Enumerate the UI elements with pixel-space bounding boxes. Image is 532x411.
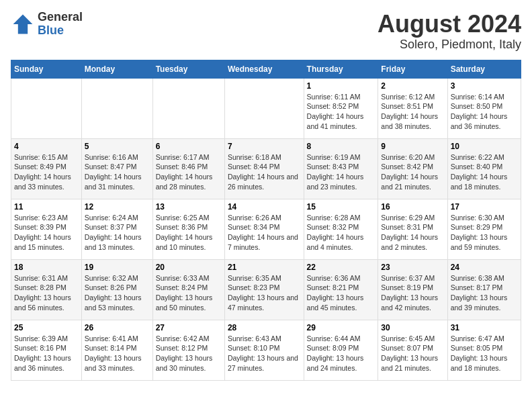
- day-info: Sunrise: 6:37 AMSunset: 8:19 PMDaylight:…: [381, 273, 444, 313]
- calendar-cell: 8Sunrise: 6:19 AMSunset: 8:43 PMDaylight…: [304, 138, 378, 199]
- calendar-cell: 21Sunrise: 6:35 AMSunset: 8:23 PMDayligh…: [224, 259, 304, 320]
- calendar-cell: 27Sunrise: 6:42 AMSunset: 8:12 PMDayligh…: [152, 320, 224, 380]
- day-info: Sunrise: 6:26 AMSunset: 8:34 PMDaylight:…: [228, 213, 301, 253]
- day-number: 18: [14, 263, 79, 272]
- logo-icon: [11, 12, 35, 36]
- calendar-title: August 2024: [378, 11, 521, 38]
- day-number: 16: [381, 202, 444, 212]
- day-info: Sunrise: 6:33 AMSunset: 8:24 PMDaylight:…: [156, 273, 222, 313]
- day-number: 26: [85, 323, 150, 332]
- day-info: Sunrise: 6:25 AMSunset: 8:36 PMDaylight:…: [156, 213, 222, 253]
- calendar-header: SundayMondayTuesdayWednesdayThursdayFrid…: [11, 60, 521, 78]
- day-number: 4: [14, 142, 79, 151]
- day-info: Sunrise: 6:30 AMSunset: 8:29 PMDaylight:…: [451, 213, 518, 253]
- day-info: Sunrise: 6:29 AMSunset: 8:31 PMDaylight:…: [381, 213, 444, 253]
- day-info: Sunrise: 6:22 AMSunset: 8:40 PMDaylight:…: [451, 152, 518, 192]
- day-number: 15: [307, 202, 375, 212]
- day-number: 25: [14, 323, 79, 332]
- day-number: 23: [381, 263, 444, 272]
- day-number: 20: [156, 263, 222, 272]
- day-info: Sunrise: 6:15 AMSunset: 8:49 PMDaylight:…: [14, 152, 79, 192]
- day-info: Sunrise: 6:14 AMSunset: 8:50 PMDaylight:…: [451, 92, 518, 132]
- calendar-cell: 14Sunrise: 6:26 AMSunset: 8:34 PMDayligh…: [224, 199, 304, 259]
- day-info: Sunrise: 6:23 AMSunset: 8:39 PMDaylight:…: [14, 213, 79, 253]
- calendar-cell: 4Sunrise: 6:15 AMSunset: 8:49 PMDaylight…: [11, 138, 82, 199]
- calendar-cell: 6Sunrise: 6:17 AMSunset: 8:46 PMDaylight…: [152, 138, 224, 199]
- title-block: August 2024 Solero, Piedmont, Italy: [378, 11, 521, 52]
- calendar-cell: 9Sunrise: 6:20 AMSunset: 8:42 PMDaylight…: [378, 138, 447, 199]
- logo-general: General: [38, 11, 83, 24]
- day-number: 24: [451, 263, 518, 272]
- day-info: Sunrise: 6:42 AMSunset: 8:12 PMDaylight:…: [156, 334, 222, 373]
- calendar-cell: 19Sunrise: 6:32 AMSunset: 8:26 PMDayligh…: [81, 259, 152, 320]
- day-number: 2: [381, 81, 444, 91]
- calendar-cell: [152, 78, 224, 138]
- day-info: Sunrise: 6:35 AMSunset: 8:23 PMDaylight:…: [228, 273, 301, 313]
- day-info: Sunrise: 6:41 AMSunset: 8:14 PMDaylight:…: [85, 334, 150, 373]
- day-number: 10: [451, 142, 518, 151]
- calendar-cell: [224, 78, 304, 138]
- calendar-cell: 28Sunrise: 6:43 AMSunset: 8:10 PMDayligh…: [224, 320, 304, 380]
- day-number: 13: [156, 202, 222, 212]
- calendar-cell: 12Sunrise: 6:24 AMSunset: 8:37 PMDayligh…: [81, 199, 152, 259]
- day-number: 12: [85, 202, 150, 212]
- day-info: Sunrise: 6:24 AMSunset: 8:37 PMDaylight:…: [85, 213, 150, 253]
- header-day: Friday: [378, 60, 447, 78]
- calendar-cell: 10Sunrise: 6:22 AMSunset: 8:40 PMDayligh…: [447, 138, 521, 199]
- day-number: 19: [85, 263, 150, 272]
- header-day: Wednesday: [224, 60, 304, 78]
- calendar-cell: 2Sunrise: 6:12 AMSunset: 8:51 PMDaylight…: [378, 78, 447, 138]
- day-number: 3: [451, 81, 518, 91]
- header-day: Sunday: [11, 60, 82, 78]
- calendar-subtitle: Solero, Piedmont, Italy: [378, 38, 521, 52]
- calendar-cell: 13Sunrise: 6:25 AMSunset: 8:36 PMDayligh…: [152, 199, 224, 259]
- day-number: 30: [381, 323, 444, 332]
- page-header: General Blue August 2024 Solero, Piedmon…: [11, 11, 521, 52]
- calendar-cell: 5Sunrise: 6:16 AMSunset: 8:47 PMDaylight…: [81, 138, 152, 199]
- day-info: Sunrise: 6:16 AMSunset: 8:47 PMDaylight:…: [85, 152, 150, 192]
- calendar-week-row: 25Sunrise: 6:39 AMSunset: 8:16 PMDayligh…: [11, 320, 521, 380]
- calendar-week-row: 4Sunrise: 6:15 AMSunset: 8:49 PMDaylight…: [11, 138, 521, 199]
- day-info: Sunrise: 6:32 AMSunset: 8:26 PMDaylight:…: [85, 273, 150, 313]
- day-info: Sunrise: 6:39 AMSunset: 8:16 PMDaylight:…: [14, 334, 79, 373]
- calendar-cell: 22Sunrise: 6:36 AMSunset: 8:21 PMDayligh…: [304, 259, 378, 320]
- day-info: Sunrise: 6:45 AMSunset: 8:07 PMDaylight:…: [381, 334, 444, 373]
- calendar-cell: 23Sunrise: 6:37 AMSunset: 8:19 PMDayligh…: [378, 259, 447, 320]
- day-info: Sunrise: 6:17 AMSunset: 8:46 PMDaylight:…: [156, 152, 222, 192]
- day-info: Sunrise: 6:47 AMSunset: 8:05 PMDaylight:…: [451, 334, 518, 373]
- day-number: 28: [228, 323, 301, 332]
- day-number: 31: [451, 323, 518, 332]
- day-number: 1: [307, 81, 375, 91]
- day-info: Sunrise: 6:38 AMSunset: 8:17 PMDaylight:…: [451, 273, 518, 313]
- header-day: Tuesday: [152, 60, 224, 78]
- day-info: Sunrise: 6:44 AMSunset: 8:09 PMDaylight:…: [307, 334, 375, 373]
- day-number: 11: [14, 202, 79, 212]
- day-info: Sunrise: 6:18 AMSunset: 8:44 PMDaylight:…: [228, 152, 301, 192]
- calendar-cell: 30Sunrise: 6:45 AMSunset: 8:07 PMDayligh…: [378, 320, 447, 380]
- calendar-cell: 25Sunrise: 6:39 AMSunset: 8:16 PMDayligh…: [11, 320, 82, 380]
- calendar-cell: 24Sunrise: 6:38 AMSunset: 8:17 PMDayligh…: [447, 259, 521, 320]
- calendar-cell: 1Sunrise: 6:11 AMSunset: 8:52 PMDaylight…: [304, 78, 378, 138]
- calendar-week-row: 11Sunrise: 6:23 AMSunset: 8:39 PMDayligh…: [11, 199, 521, 259]
- day-info: Sunrise: 6:36 AMSunset: 8:21 PMDaylight:…: [307, 273, 375, 313]
- day-number: 6: [156, 142, 222, 151]
- calendar-table: SundayMondayTuesdayWednesdayThursdayFrid…: [11, 60, 521, 381]
- logo: General Blue: [11, 11, 83, 38]
- calendar-cell: 18Sunrise: 6:31 AMSunset: 8:28 PMDayligh…: [11, 259, 82, 320]
- calendar-cell: 11Sunrise: 6:23 AMSunset: 8:39 PMDayligh…: [11, 199, 82, 259]
- calendar-cell: 17Sunrise: 6:30 AMSunset: 8:29 PMDayligh…: [447, 199, 521, 259]
- logo-blue: Blue: [38, 24, 83, 38]
- day-info: Sunrise: 6:11 AMSunset: 8:52 PMDaylight:…: [307, 92, 375, 132]
- calendar-cell: 31Sunrise: 6:47 AMSunset: 8:05 PMDayligh…: [447, 320, 521, 380]
- calendar-week-row: 1Sunrise: 6:11 AMSunset: 8:52 PMDaylight…: [11, 78, 521, 138]
- calendar-cell: 29Sunrise: 6:44 AMSunset: 8:09 PMDayligh…: [304, 320, 378, 380]
- calendar-cell: 7Sunrise: 6:18 AMSunset: 8:44 PMDaylight…: [224, 138, 304, 199]
- calendar-cell: 3Sunrise: 6:14 AMSunset: 8:50 PMDaylight…: [447, 78, 521, 138]
- day-info: Sunrise: 6:28 AMSunset: 8:32 PMDaylight:…: [307, 213, 375, 253]
- calendar-body: 1Sunrise: 6:11 AMSunset: 8:52 PMDaylight…: [11, 78, 521, 380]
- svg-marker-0: [13, 14, 33, 34]
- header-day: Saturday: [447, 60, 521, 78]
- day-number: 5: [85, 142, 150, 151]
- day-number: 8: [307, 142, 375, 151]
- logo-text: General Blue: [38, 11, 83, 38]
